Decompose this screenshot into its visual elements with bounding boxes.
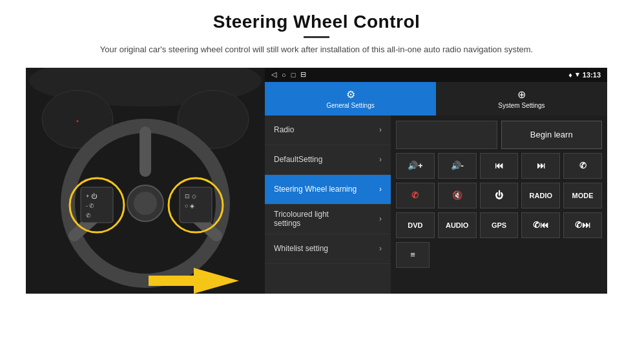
dvd-label: DVD — [408, 221, 422, 229]
mode-button[interactable]: MODE — [563, 183, 602, 208]
phone-button[interactable]: ✆ — [563, 153, 602, 179]
page-title: Steering Wheel Control — [100, 12, 533, 32]
location-icon: ♦ — [568, 71, 572, 79]
vol-up-icon: 🔊+ — [408, 161, 423, 170]
menu-icon[interactable]: ⊟ — [300, 70, 306, 79]
chevron-icon: › — [379, 185, 382, 194]
radio-label: RADIO — [530, 192, 552, 199]
svg-point-10 — [134, 192, 157, 215]
tab-general-settings[interactable]: ⚙ General Settings — [265, 82, 436, 116]
audio-label: AUDIO — [446, 221, 468, 229]
chevron-icon: › — [379, 155, 382, 164]
menu-item-default[interactable]: DefaultSetting › — [265, 145, 391, 175]
prev-track-button[interactable]: ⏮ — [480, 153, 519, 179]
vol-down-icon: 🔊- — [451, 161, 464, 170]
top-row: Begin learn — [396, 121, 602, 149]
phone-next-icon: ✆⏭ — [575, 220, 590, 230]
phone-prev-button[interactable]: ✆⏮ — [521, 212, 560, 238]
status-bar-left: ◁ ○ □ ⊟ — [271, 70, 306, 79]
status-bar-right: ♦ ▾ 13:13 — [568, 70, 601, 79]
menu-item-tricoloured[interactable]: Tricoloured lightsettings › — [265, 205, 391, 234]
mode-label: MODE — [572, 192, 594, 199]
chevron-icon: › — [379, 125, 382, 134]
svg-text:-  ✆: - ✆ — [86, 203, 95, 209]
title-divider — [304, 36, 329, 38]
time-display: 13:13 — [583, 71, 601, 79]
home-icon[interactable]: ○ — [282, 71, 286, 79]
mute-icon: 🔇 — [452, 190, 462, 200]
title-section: Steering Wheel Control Your original car… — [100, 12, 533, 64]
button-grid-row1: 🔊+ 🔊- ⏮ ⏭ ✆ — [396, 153, 602, 179]
svg-text:⊡  ◇: ⊡ ◇ — [185, 193, 196, 199]
gps-button[interactable]: GPS — [480, 212, 519, 238]
next-icon: ⏭ — [537, 161, 545, 170]
list-icon: ≡ — [410, 250, 415, 259]
back-icon[interactable]: ◁ — [271, 70, 276, 79]
recents-icon[interactable]: □ — [291, 71, 296, 79]
svg-rect-21 — [149, 276, 195, 286]
prev-icon: ⏮ — [495, 161, 503, 170]
main-content: Radio › DefaultSetting › Steering Wheel … — [265, 116, 607, 294]
menu-radio-label: Radio — [274, 125, 294, 134]
menu-item-steering[interactable]: Steering Wheel learning › — [265, 175, 391, 205]
svg-text:●: ● — [76, 118, 79, 124]
phone-prev-icon: ✆⏮ — [533, 220, 548, 230]
signal-icon: ▾ — [576, 70, 579, 79]
single-btn-row: ≡ — [396, 242, 602, 268]
tab-system-label: System Settings — [498, 102, 545, 109]
menu-whitelist-label: Whitelist setting — [274, 244, 328, 253]
svg-text:○  ◈: ○ ◈ — [185, 203, 194, 209]
power-button[interactable]: ⏻ — [480, 183, 519, 208]
phone-icon: ✆ — [579, 161, 586, 170]
menu-item-radio[interactable]: Radio › — [265, 116, 391, 145]
tab-general-label: General Settings — [326, 102, 375, 109]
page-wrapper: Steering Wheel Control Your original car… — [0, 0, 633, 364]
phone-next-button[interactable]: ✆⏭ — [563, 212, 602, 238]
list-button[interactable]: ≡ — [396, 242, 430, 268]
vol-up-button[interactable]: 🔊+ — [396, 153, 435, 179]
tab-system-settings[interactable]: ⊕ System Settings — [436, 82, 607, 116]
hang-up-button[interactable]: ✆ — [396, 183, 435, 208]
menu-item-whitelist[interactable]: Whitelist setting › — [265, 234, 391, 264]
vol-down-button[interactable]: 🔊- — [438, 153, 477, 179]
menu-tricoloured-label: Tricoloured lightsettings — [274, 210, 329, 228]
steering-wheel-panel: ● + ⏻ - ✆ ✆ — [26, 68, 265, 294]
dvd-button[interactable]: DVD — [396, 212, 435, 238]
system-icon: ⊕ — [517, 88, 526, 101]
button-grid-row3: DVD AUDIO GPS ✆⏮ ✆⏭ — [396, 212, 602, 238]
empty-input-box — [396, 121, 497, 149]
menu-panel: Radio › DefaultSetting › Steering Wheel … — [265, 116, 391, 294]
radio-button[interactable]: RADIO — [521, 183, 560, 208]
menu-steering-label: Steering Wheel learning — [274, 185, 357, 194]
gps-label: GPS — [492, 221, 506, 229]
mute-button[interactable]: 🔇 — [438, 183, 477, 208]
android-panel: ◁ ○ □ ⊟ ♦ ▾ 13:13 ⚙ General Settings — [265, 68, 607, 294]
power-icon: ⏻ — [495, 190, 503, 200]
control-panel: Begin learn 🔊+ 🔊- ⏮ — [391, 116, 607, 294]
subtitle: Your original car's steering wheel contr… — [100, 43, 533, 56]
svg-text:✆: ✆ — [86, 212, 91, 219]
gear-icon: ⚙ — [346, 88, 355, 101]
audio-button[interactable]: AUDIO — [438, 212, 477, 238]
status-bar: ◁ ○ □ ⊟ ♦ ▾ 13:13 — [265, 68, 607, 82]
begin-learn-button[interactable]: Begin learn — [501, 121, 603, 149]
hang-up-icon: ✆ — [411, 190, 419, 200]
menu-default-label: DefaultSetting — [274, 155, 322, 164]
next-track-button[interactable]: ⏭ — [521, 153, 560, 179]
steering-wheel-bg: ● + ⏻ - ✆ ✆ — [26, 68, 265, 294]
svg-text:+  ⏻: + ⏻ — [86, 193, 98, 199]
content-area: ● + ⏻ - ✆ ✆ — [26, 68, 607, 294]
tab-bar: ⚙ General Settings ⊕ System Settings — [265, 82, 607, 116]
chevron-icon: › — [379, 214, 382, 223]
button-grid-row2: ✆ 🔇 ⏻ RADIO MODE — [396, 183, 602, 208]
chevron-icon: › — [379, 244, 382, 253]
